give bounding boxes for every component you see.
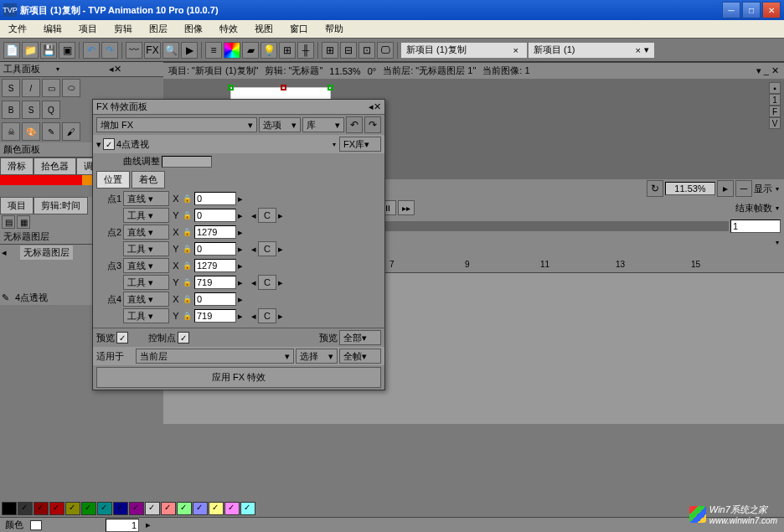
line-dropdown[interactable]: 直线 ▾ bbox=[123, 258, 169, 273]
color-swatch[interactable] bbox=[209, 502, 224, 515]
color-red[interactable] bbox=[0, 175, 82, 185]
next-point-icon[interactable]: ▸ bbox=[278, 210, 283, 221]
light-icon[interactable]: 💡 bbox=[260, 42, 277, 59]
prev-point-icon[interactable]: ◂ bbox=[251, 311, 256, 322]
screen-icon[interactable]: 🖵 bbox=[377, 42, 394, 59]
color-swatch[interactable] bbox=[18, 502, 33, 515]
apply-to-dropdown[interactable]: 当前层▾ bbox=[136, 349, 294, 364]
apply-fx-button[interactable]: 应用 FX 特效 bbox=[96, 367, 381, 388]
point-y-input[interactable] bbox=[194, 242, 236, 256]
q-tool-icon[interactable]: Q bbox=[42, 101, 60, 119]
mini-tool-1[interactable]: ▪ bbox=[769, 82, 781, 94]
c-button[interactable]: C bbox=[258, 308, 276, 323]
next-point-icon[interactable]: ▸ bbox=[278, 244, 283, 255]
ctrl-check[interactable]: ✓ bbox=[178, 332, 189, 343]
bottom-value-input[interactable] bbox=[106, 519, 139, 532]
tool-dropdown[interactable]: 工具 ▾ bbox=[123, 241, 169, 256]
fx-icon[interactable]: FX bbox=[144, 42, 161, 59]
layer-lock-icon[interactable]: ▦ bbox=[17, 215, 30, 229]
frames-dropdown[interactable]: 全帧▾ bbox=[339, 349, 381, 364]
lock-icon[interactable]: 🔒 bbox=[183, 261, 193, 270]
s-tool-icon[interactable]: S bbox=[22, 101, 40, 119]
c-button[interactable]: C bbox=[258, 275, 276, 290]
color-swatch[interactable] bbox=[224, 502, 240, 515]
skull-tool-icon[interactable]: ☠ bbox=[2, 122, 20, 141]
project-tab-2[interactable]: 新项目 (1) × ▾ bbox=[529, 43, 654, 58]
tool-panel-header[interactable]: 工具面板▾◂✕ bbox=[0, 62, 163, 77]
prev-point-icon[interactable]: ◂ bbox=[251, 210, 256, 221]
fill-icon[interactable]: ▰ bbox=[242, 42, 259, 59]
rect-tool-icon[interactable]: ▭ bbox=[42, 79, 60, 97]
line-dropdown[interactable]: 直线 ▾ bbox=[123, 292, 169, 307]
line-dropdown[interactable]: 直线 ▾ bbox=[123, 225, 169, 240]
prev-point-icon[interactable]: ◂ bbox=[251, 244, 256, 255]
menu-clip[interactable]: 剪辑 bbox=[106, 20, 141, 38]
fx-redo-icon[interactable]: ↷ bbox=[364, 116, 381, 133]
redo-icon[interactable]: ↷ bbox=[101, 42, 118, 59]
play-icon[interactable]: ▶ bbox=[181, 42, 198, 59]
lock-icon[interactable]: 🔒 bbox=[183, 278, 193, 287]
mini-tool-v[interactable]: V bbox=[769, 117, 781, 129]
color-swatch[interactable] bbox=[49, 502, 64, 515]
point-x-input[interactable] bbox=[194, 292, 236, 306]
lock-icon[interactable]: 🔒 bbox=[183, 211, 193, 220]
pen-tool-icon[interactable]: ✎ bbox=[42, 122, 60, 141]
fxlib-dropdown[interactable]: FX库▾ bbox=[339, 137, 381, 152]
handle-tl[interactable] bbox=[228, 85, 234, 90]
handle-top[interactable] bbox=[281, 85, 286, 90]
point-x-input[interactable] bbox=[194, 192, 236, 205]
point-y-input[interactable] bbox=[194, 276, 236, 289]
fx-enable-check[interactable]: ✓ bbox=[103, 138, 115, 150]
rotate-icon[interactable]: ↻ bbox=[647, 180, 663, 197]
menu-help[interactable]: 帮助 bbox=[317, 20, 352, 38]
ellipse-tool-icon[interactable]: ⬭ bbox=[62, 79, 80, 97]
menu-edit[interactable]: 编辑 bbox=[35, 20, 70, 38]
color-swatch[interactable] bbox=[65, 502, 80, 515]
color-swatch[interactable] bbox=[97, 502, 112, 515]
zoom-out-icon[interactable]: ─ bbox=[735, 180, 752, 197]
prev-point-icon[interactable]: ◂ bbox=[251, 277, 256, 288]
c-button[interactable]: C bbox=[258, 241, 276, 256]
lock-icon[interactable]: 🔒 bbox=[183, 312, 193, 320]
lock-icon[interactable]: 🔒 bbox=[183, 245, 193, 253]
preview-mode-dropdown[interactable]: 全部▾ bbox=[339, 330, 381, 345]
next-point-icon[interactable]: ▸ bbox=[278, 277, 283, 288]
grid4-icon[interactable]: ⊡ bbox=[358, 42, 375, 59]
menu-file[interactable]: 文件 bbox=[0, 20, 35, 38]
undo-icon[interactable]: ↶ bbox=[83, 42, 100, 59]
fwd-icon[interactable]: ▸▸ bbox=[398, 200, 415, 215]
line-dropdown[interactable]: 直线 ▾ bbox=[123, 191, 169, 206]
grid3-icon[interactable]: ⊟ bbox=[340, 42, 357, 59]
freehand-tool-icon[interactable]: S bbox=[2, 79, 20, 97]
tab-position[interactable]: 位置 bbox=[96, 171, 130, 189]
tab-project-left[interactable]: 项目 bbox=[0, 197, 34, 214]
menu-image[interactable]: 图像 bbox=[176, 20, 211, 38]
brush-tool-icon[interactable]: 🖌 bbox=[62, 122, 80, 141]
bottom-color-swatch[interactable] bbox=[30, 520, 42, 530]
grid2-icon[interactable]: ⊞ bbox=[322, 42, 338, 59]
point-y-input[interactable] bbox=[194, 209, 236, 222]
collapse-icon[interactable]: ▾ _ ✕ bbox=[756, 65, 779, 76]
fx-undo-icon[interactable]: ↶ bbox=[346, 116, 363, 133]
lock-icon[interactable]: 🔒 bbox=[183, 194, 193, 203]
zoom-input[interactable] bbox=[665, 182, 715, 195]
zoom-fit-icon[interactable]: ▸ bbox=[717, 180, 734, 197]
menu-fx[interactable]: 特效 bbox=[211, 20, 246, 38]
tool-dropdown[interactable]: 工具 ▾ bbox=[123, 208, 169, 223]
new-icon[interactable]: 📄 bbox=[3, 42, 20, 59]
chevron-down-icon[interactable]: ▾ bbox=[644, 44, 649, 55]
tab-sliders[interactable]: 滑标 bbox=[0, 158, 34, 175]
preview-check[interactable]: ✓ bbox=[116, 332, 128, 343]
lock-icon[interactable]: 🔒 bbox=[183, 228, 193, 236]
fx-toggle-icon[interactable]: ✎ bbox=[2, 292, 13, 303]
layers-icon[interactable]: ≡ bbox=[205, 42, 222, 59]
color-swatch[interactable] bbox=[145, 502, 160, 515]
menu-window[interactable]: 窗口 bbox=[281, 20, 317, 38]
measure-icon[interactable]: ╫ bbox=[297, 42, 314, 59]
curve-preview[interactable] bbox=[162, 156, 212, 168]
add-fx-dropdown[interactable]: 增加 FX▾ bbox=[96, 117, 257, 132]
select-dropdown[interactable]: 选择▾ bbox=[296, 349, 338, 364]
handle-tr[interactable] bbox=[328, 85, 333, 90]
layer-vis-icon[interactable]: ▤ bbox=[2, 215, 15, 229]
palette-tool-icon[interactable]: 🎨 bbox=[22, 122, 40, 141]
